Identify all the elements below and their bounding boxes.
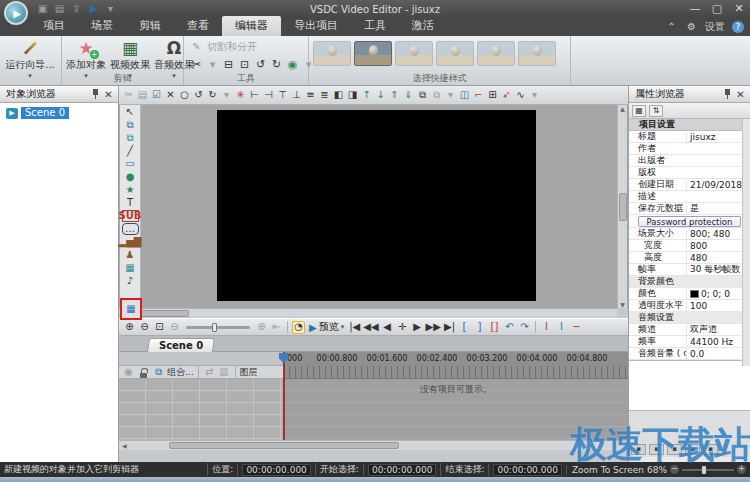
framerate-value[interactable]: 30 每秒帧数	[686, 264, 750, 276]
collapse-ribbon-icon[interactable]: ⌃	[665, 21, 678, 34]
cut-split-button[interactable]: ✎ 切割和分开	[190, 39, 315, 56]
maximize-button[interactable]: ▢	[709, 2, 725, 15]
rotate-cw-icon[interactable]: ↻	[270, 58, 283, 71]
tab-project[interactable]: 项目	[30, 16, 78, 36]
frequency-value[interactable]: 44100 Hz	[686, 337, 750, 347]
curve-dropdown-icon[interactable]: ▾	[528, 89, 541, 102]
marker-in-icon[interactable]: I	[540, 321, 553, 334]
go-end-icon[interactable]: ▶|	[443, 321, 456, 334]
curve-icon[interactable]: ∿	[514, 89, 527, 102]
gear-icon[interactable]: ⚙	[685, 21, 698, 34]
password-protection-button[interactable]: Password protection	[638, 216, 742, 227]
align-left-icon[interactable]: ⊢	[248, 89, 261, 102]
tab-edit[interactable]: 剪辑	[126, 16, 174, 36]
properties-scrollbar[interactable]	[742, 119, 750, 366]
panel-mini-button-2[interactable]: ▪	[649, 444, 664, 455]
sprite-tool-icon[interactable]: ⧉	[122, 119, 139, 131]
tooltip-tool-icon[interactable]: …	[122, 223, 139, 235]
duplicate-tool-icon[interactable]: ⧉	[122, 132, 139, 144]
audio-tool-icon[interactable]: ♪	[122, 275, 139, 287]
next-frame-icon[interactable]: ▶	[411, 321, 424, 334]
corner-icon[interactable]: ⌐	[472, 89, 485, 102]
marker-out-icon[interactable]: I	[555, 321, 568, 334]
style-thumbnail-1[interactable]	[313, 41, 351, 66]
pin-icon[interactable]	[721, 88, 734, 101]
center-vertical-icon[interactable]: ≣	[318, 89, 331, 102]
cursor-position-icon[interactable]: ✛	[396, 321, 409, 334]
star-tool-icon[interactable]: ★	[122, 184, 139, 196]
preview-quality-button[interactable]: ◔	[292, 321, 305, 334]
redo-dropdown-icon[interactable]: ▾	[220, 89, 233, 102]
zoom-mode-label[interactable]: Zoom To Screen	[572, 465, 644, 475]
settings-label[interactable]: 设置	[705, 20, 725, 34]
style-thumbnail-6[interactable]	[518, 41, 556, 66]
scroll-down-icon[interactable]: ▼	[620, 301, 625, 308]
crop-icon[interactable]: ⊡	[238, 58, 251, 71]
send-back-icon[interactable]: ⇓	[402, 89, 415, 102]
visibility-icon[interactable]: ◉	[122, 366, 135, 379]
prev-frame-icon[interactable]: ◀	[381, 321, 394, 334]
select-tool-icon[interactable]: ↖	[122, 106, 139, 118]
align-top-icon[interactable]: ⊤	[276, 89, 289, 102]
export-icon[interactable]: ⇪	[70, 3, 83, 16]
save-metadata-value[interactable]: 是	[686, 203, 750, 215]
paste-icon[interactable]: ▤	[136, 89, 149, 102]
scene-size-value[interactable]: 800; 480	[686, 229, 750, 239]
combine-button[interactable]: 组合...	[167, 366, 194, 379]
tab-scene[interactable]: 场景	[78, 16, 126, 36]
panel-mini-button-1[interactable]: ▪	[631, 444, 646, 455]
jump-forward-icon[interactable]: ↷	[518, 321, 531, 334]
style-thumbnail-2[interactable]	[354, 41, 392, 66]
new-project-icon[interactable]: ▤	[53, 3, 66, 16]
zoom-out-icon[interactable]: ⊖	[138, 321, 151, 334]
subtitle-tool-icon[interactable]: SUB	[122, 210, 139, 222]
width-value[interactable]: 800	[686, 241, 750, 251]
fit-width-icon[interactable]: ◧	[332, 89, 345, 102]
loop-region-icon[interactable]: ⇤	[270, 321, 283, 334]
group-icon[interactable]: ⧉	[416, 89, 429, 102]
cut-dropdown-icon[interactable]: ▾	[206, 58, 219, 71]
mute-icon[interactable]: ⇄	[203, 366, 216, 379]
slider-minus-icon[interactable]: ⊖	[168, 321, 181, 334]
scene-timeline-tab[interactable]: Scene 0	[147, 338, 215, 352]
speed-icon[interactable]: ◉	[286, 58, 299, 71]
redo-icon[interactable]: ↻	[206, 89, 219, 102]
rotate-ccw-icon[interactable]: ↺	[254, 58, 267, 71]
group-dropdown-icon[interactable]: ▾	[444, 89, 457, 102]
scroll-left-icon[interactable]: ◀	[122, 442, 127, 449]
region-clear-icon[interactable]: []	[488, 321, 501, 334]
undo-icon[interactable]: ↺	[192, 89, 205, 102]
next-frame-fast-icon[interactable]: ▶▶	[426, 321, 441, 334]
tab-view[interactable]: 查看	[174, 16, 222, 36]
region-start-icon[interactable]: [	[458, 321, 471, 334]
ungroup-icon[interactable]: ⧉	[430, 89, 443, 102]
color-swatch[interactable]	[690, 290, 699, 298]
categorize-icon[interactable]: ▦	[632, 105, 646, 117]
run-wizard-button[interactable]: 运行向导... ▾	[4, 38, 56, 74]
marker-remove-icon[interactable]: −	[570, 321, 583, 334]
add-object-button[interactable]: ★ 添加对象 ▾	[66, 38, 106, 74]
copy-layer-icon[interactable]: ⧉	[152, 366, 165, 379]
cut-icon[interactable]: ✂	[190, 58, 203, 71]
close-panel-icon[interactable]: ✕	[102, 89, 115, 100]
style-thumbnail-3[interactable]	[395, 41, 433, 66]
minimize-button[interactable]: —	[687, 2, 703, 15]
split-icon[interactable]: ⊟	[222, 58, 235, 71]
preview-dropdown-icon[interactable]: ▾	[341, 323, 345, 331]
align-bottom-icon[interactable]: ⊥	[290, 89, 303, 102]
zoom-in-button[interactable]: +	[737, 465, 746, 474]
region-end-icon[interactable]: ]	[473, 321, 486, 334]
delete-icon[interactable]: ✕	[164, 89, 177, 102]
zoom-in-icon[interactable]: ⊕	[123, 321, 136, 334]
tab-activate[interactable]: 激活	[399, 16, 447, 36]
style-thumbnail-4[interactable]	[436, 41, 474, 66]
text-tool-icon[interactable]: T	[122, 197, 139, 209]
lock-icon[interactable]	[137, 366, 150, 379]
zoom-out-button[interactable]: −	[670, 465, 679, 474]
qat-dropdown-icon[interactable]: ▾	[104, 3, 117, 16]
timeline-ruler[interactable]: 000 00:00.800 00:01.600 00:02.400 00:03.…	[284, 352, 628, 366]
snap-icon[interactable]: ✳	[234, 89, 247, 102]
close-button[interactable]: ✕	[731, 2, 747, 15]
close-panel-icon[interactable]: ✕	[734, 89, 747, 100]
panel-mini-button-3[interactable]: ▪	[667, 444, 682, 455]
